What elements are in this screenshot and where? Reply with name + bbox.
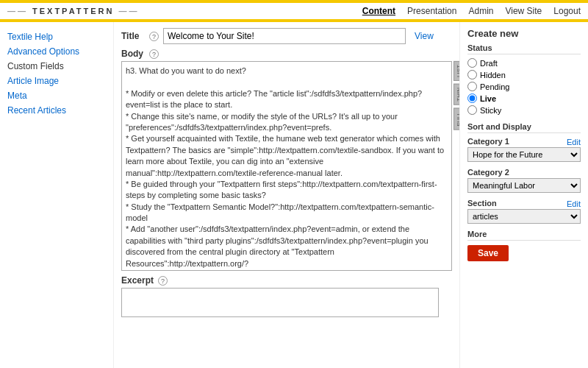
nav-presentation[interactable]: Presentation [407, 6, 456, 16]
save-button[interactable]: Save [467, 245, 509, 261]
category2-label: Category 2 [467, 168, 509, 177]
excerpt-label: Excerpt [121, 275, 154, 286]
category1-edit-link[interactable]: Edit [567, 138, 581, 146]
sidebar-item-meta[interactable]: Meta [7, 88, 106, 103]
status-title: Status [467, 43, 581, 54]
title-label: Title [121, 31, 143, 41]
side-tabs: LIST THIN FULL [453, 61, 459, 131]
side-tab-list[interactable]: LIST [453, 61, 459, 81]
excerpt-textarea[interactable] [121, 288, 439, 317]
sidebar: Textile Help Advanced Options Custom Fie… [0, 22, 114, 368]
header: TEXTPATTERN Content Presentation Admin V… [0, 0, 588, 22]
title-input[interactable] [163, 28, 406, 44]
status-draft[interactable]: Draft [467, 58, 581, 68]
body-help-icon[interactable]: ? [149, 49, 159, 59]
center-content: Title ? View Body ? LIST THIN FULL [114, 22, 459, 368]
side-tab-full[interactable]: FULL [453, 108, 459, 130]
layout: Textile Help Advanced Options Custom Fie… [0, 22, 588, 368]
more-title: More [467, 230, 581, 241]
category1-row: Category 1 Edit Hope for the Future [467, 137, 581, 162]
excerpt-help-icon[interactable]: ? [158, 276, 168, 286]
body-textarea[interactable] [121, 61, 452, 271]
status-radio-group: Draft Hidden Pending Live Sticky [467, 58, 581, 115]
status-pending[interactable]: Pending [467, 82, 581, 91]
nav-admin[interactable]: Admin [468, 6, 493, 16]
sidebar-item-recent-articles[interactable]: Recent Articles [7, 103, 106, 118]
category1-label: Category 1 [467, 137, 509, 146]
section-label: Section [467, 199, 497, 208]
side-tab-thin[interactable]: THIN [453, 84, 459, 105]
body-label-row: Body ? [121, 49, 452, 59]
nav-view-site[interactable]: View Site [505, 6, 542, 16]
nav-logout[interactable]: Logout [553, 6, 581, 16]
view-link[interactable]: View [415, 31, 434, 41]
body-label: Body [121, 49, 143, 59]
sidebar-item-textile-help[interactable]: Textile Help [7, 29, 106, 44]
status-sticky[interactable]: Sticky [467, 105, 581, 115]
right-panel: Create new Status Draft Hidden Pending L… [459, 22, 588, 368]
title-help-icon[interactable]: ? [149, 32, 159, 41]
title-row: Title ? View [121, 28, 452, 44]
category2-row: Category 2 Meaningful Labor [467, 168, 581, 193]
main-body: Title ? View Body ? LIST THIN FULL [114, 22, 588, 368]
status-live[interactable]: Live [467, 93, 581, 103]
logo: TEXTPATTERN [7, 7, 139, 15]
sidebar-item-article-image[interactable]: Article Image [7, 74, 106, 88]
sidebar-item-advanced-options[interactable]: Advanced Options [7, 44, 106, 59]
category1-select[interactable]: Hope for the Future [467, 147, 581, 162]
excerpt-label-row: Excerpt ? [121, 275, 452, 286]
body-wrapper: LIST THIN FULL [121, 61, 452, 271]
create-new-title: Create new [467, 28, 581, 39]
status-hidden[interactable]: Hidden [467, 70, 581, 79]
category2-select[interactable]: Meaningful Labor [467, 178, 581, 193]
section-edit-link[interactable]: Edit [567, 199, 581, 208]
sidebar-item-custom-fields[interactable]: Custom Fields [7, 59, 106, 74]
main-nav: Content Presentation Admin View Site Log… [362, 6, 581, 16]
more-section: More Save [467, 230, 581, 261]
nav-content[interactable]: Content [362, 6, 395, 16]
sort-display-title: Sort and Display [467, 122, 581, 133]
section-select[interactable]: articles [467, 209, 581, 224]
section-row: Section Edit articles [467, 199, 581, 224]
